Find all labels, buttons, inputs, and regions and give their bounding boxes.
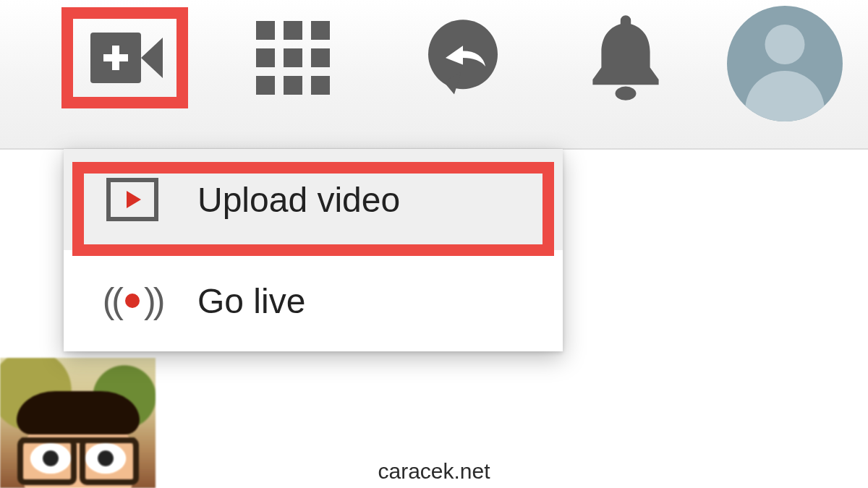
upload-video-icon [106, 178, 158, 221]
bell-icon [582, 10, 669, 106]
go-live-icon: (()) [100, 279, 165, 322]
header-toolbar [0, 0, 868, 150]
notifications-button[interactable] [582, 14, 669, 101]
create-menu-dropdown: Upload video (()) Go live [64, 149, 563, 351]
apps-button[interactable] [250, 14, 336, 101]
video-thumbnail[interactable] [0, 358, 156, 488]
menu-item-upload-video[interactable]: Upload video [64, 149, 563, 250]
apps-grid-icon [256, 21, 330, 95]
create-button[interactable] [83, 14, 170, 101]
svg-point-2 [616, 87, 637, 100]
messages-button[interactable] [420, 14, 506, 101]
account-avatar[interactable] [727, 6, 843, 121]
menu-item-go-live[interactable]: (()) Go live [64, 250, 563, 351]
share-bubble-icon [420, 14, 506, 101]
menu-item-label: Upload video [197, 180, 400, 220]
watermark-text: caracek.net [378, 459, 490, 484]
menu-item-label: Go live [197, 281, 305, 321]
avatar-placeholder-icon [765, 25, 805, 64]
video-plus-icon [90, 33, 163, 83]
